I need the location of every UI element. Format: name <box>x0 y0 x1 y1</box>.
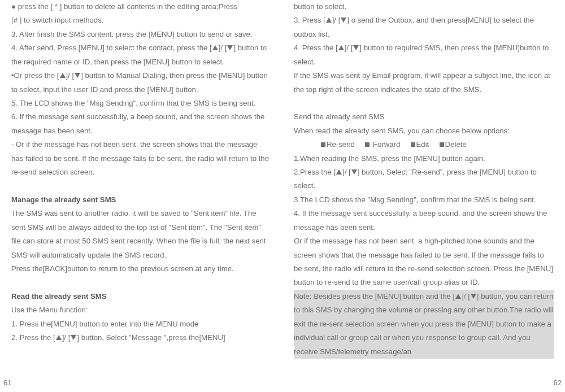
up-triangle-icon <box>60 73 66 78</box>
text-line: When read the already sent SMS, you can … <box>294 124 554 138</box>
square-bullet-icon <box>440 142 444 147</box>
down-triangle-icon <box>227 45 233 50</box>
text-line: 4. Press the []/ [] button to required S… <box>294 41 554 69</box>
text-line: 4. After send, Press [MENU] to select th… <box>11 41 271 69</box>
text-line: 5. The LCD shows the "Msg Sending", conf… <box>11 97 271 110</box>
text-line: 2.Press the []/ [] button, Select "Re-se… <box>294 165 554 193</box>
blank-line <box>11 276 271 289</box>
heading-read-sent-sms: Read the already sent SMS <box>11 290 271 303</box>
text-line: Or if the message has not been sent, a h… <box>294 234 554 290</box>
text-line: [# ] to switch input methods. <box>11 14 271 27</box>
square-bullet-icon <box>321 142 325 147</box>
text-line: 2. Press the []/ [] button, Select "Mess… <box>11 331 271 345</box>
page-right-content: button to select. 3. Press []/ [] o send… <box>294 0 554 387</box>
down-triangle-icon <box>71 335 76 340</box>
down-triangle-icon <box>353 45 359 50</box>
up-triangle-icon <box>455 294 461 299</box>
text-line: 3. Press []/ [] o send the Outbox, and t… <box>294 14 554 41</box>
text-line: 1.When reading the SMS, press the [MENU]… <box>294 152 554 165</box>
up-triangle-icon <box>338 45 344 50</box>
page-right: button to select. 3. Press []/ [] o send… <box>282 0 565 392</box>
text-line: - Or if the message has not been sent, t… <box>11 138 271 179</box>
text-line: Send the already sent SMS <box>294 110 554 124</box>
down-triangle-icon <box>341 18 346 23</box>
page-number-left: 61 <box>3 376 11 390</box>
note-block: Note: Besides press the [MENU] button an… <box>294 290 554 359</box>
text-line: 4. If the message sent successfully, a b… <box>294 207 554 234</box>
text-line: The SMS was sent to another radio, it wi… <box>11 207 271 262</box>
square-bullet-icon <box>365 142 370 147</box>
blank-line <box>11 179 271 193</box>
text-line: •Or press the []/ [] button to Manual Di… <box>11 69 271 97</box>
square-bullet-icon <box>411 142 415 147</box>
page-left-content: ● press the [ * ] button to delete all c… <box>11 0 271 387</box>
up-triangle-icon <box>326 18 332 23</box>
text-line: If the SMS was sent by Email program, it… <box>294 69 554 97</box>
up-triangle-icon <box>336 169 342 175</box>
heading-manage-sent-sms: Manage the already sent SMS <box>11 193 271 207</box>
up-triangle-icon <box>56 335 62 340</box>
text-line: 6. If the message sent successfully, a b… <box>11 110 271 138</box>
text-line: 1. Press the[MENU] button to enter into … <box>11 317 271 331</box>
text-line: button to select. <box>294 0 554 14</box>
text-line: ● press the [ * ] button to delete all c… <box>11 0 271 14</box>
page-left: ● press the [ * ] button to delete all c… <box>0 0 282 392</box>
page-number-right: 62 <box>554 376 562 390</box>
text-line: Press the[BACK]button to return to the p… <box>11 262 271 276</box>
text-line: 3. After finish the SMS content, press t… <box>11 28 271 41</box>
up-triangle-icon <box>212 45 218 50</box>
options-line: Re-send Forward Edit Delete <box>294 138 554 151</box>
text-line: 3.The LCD shows the "Msg Sending", confi… <box>294 193 554 207</box>
down-triangle-icon <box>75 73 80 78</box>
blank-line <box>294 97 554 110</box>
text-line: Use the Menu function: <box>11 303 271 317</box>
down-triangle-icon <box>471 294 476 299</box>
down-triangle-icon <box>351 169 357 175</box>
